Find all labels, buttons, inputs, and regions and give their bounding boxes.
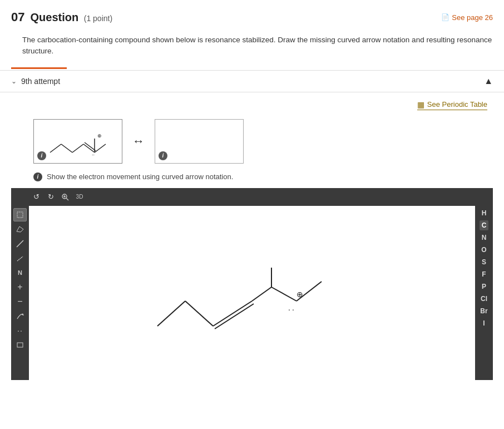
question-number: 07 [11,10,24,24]
resonance-arrow: ↔ [128,134,149,149]
element-F[interactable]: F [480,269,488,279]
structures-area: ⊕ ·· i ↔ i [0,114,504,169]
question-title-group: 07 Question (1 point) [11,10,112,24]
element-Cl[interactable]: Cl [478,294,490,304]
canvas-area[interactable]: ⊕ ·· [29,206,475,380]
hint-row: i Show the electron movement using curve… [0,169,504,186]
svg-line-16 [17,240,23,247]
svg-line-22 [213,301,252,326]
attempt-text: 9th attempt [21,77,60,86]
eraser-tool[interactable] [13,223,27,236]
molecule-svg-left: ⊕ ·· [39,122,117,161]
hint-text: Show the electron movement using curved … [47,172,233,181]
svg-line-0 [50,144,61,152]
select-tool[interactable] [13,208,27,221]
element-I[interactable]: I [481,318,487,328]
periodic-table-area: ▦ See Periodic Table [0,92,504,114]
periodic-table-link[interactable]: ▦ See Periodic Table [417,100,487,110]
svg-text:··: ·· [288,305,296,314]
svg-line-6 [95,144,106,152]
element-Br[interactable]: Br [478,306,490,316]
grid-icon[interactable]: 3D [73,191,86,203]
svg-marker-15 [17,226,23,232]
orange-divider [11,67,67,69]
svg-line-26 [271,287,297,301]
hint-icon: i [33,172,42,181]
attempt-row: ⌄ 9th attempt ▲ [0,70,504,92]
element-S[interactable]: S [480,257,488,267]
page-icon: 📄 [441,13,449,21]
page-wrapper: 07 Question (1 point) 📄 See page 26 The … [0,0,504,429]
big-molecule-svg: ⊕ ·· [113,215,391,371]
remove-tool[interactable]: − [13,295,27,308]
rect-tool[interactable] [13,338,27,352]
arrow-tool[interactable] [13,309,27,323]
periodic-table-icon: ▦ [417,100,424,109]
see-page-link[interactable]: 📄 See page 26 [441,13,493,22]
add-tool[interactable]: + [13,280,27,294]
redo-icon[interactable]: ↻ [45,191,57,203]
info-icon-right[interactable]: i [159,151,167,160]
svg-line-23 [215,304,254,329]
dots-tool[interactable]: ·· [13,324,27,337]
wedge-tool[interactable] [13,252,27,265]
structure-box-left: ⊕ ·· i [33,119,122,164]
svg-line-2 [72,144,83,152]
svg-line-17 [17,257,23,261]
chevron-down-icon[interactable]: ⌄ [11,77,17,85]
question-points: (1 point) [84,14,112,23]
element-P[interactable]: P [480,282,488,292]
structure-box-right: i [155,119,244,164]
svg-text:⊕: ⊕ [297,290,303,299]
svg-rect-19 [17,343,23,347]
bond-tool[interactable] [13,237,27,250]
svg-line-20 [157,301,185,326]
svg-rect-14 [17,212,23,218]
element-H[interactable]: H [480,208,489,218]
periodic-table-label: See Periodic Table [427,100,487,109]
element-N[interactable]: N [480,233,489,243]
svg-line-1 [61,144,72,152]
svg-line-11 [66,198,68,200]
toolbar-right: H C N O S F P Cl Br I [475,188,493,380]
info-icon-left[interactable]: i [37,151,46,160]
svg-text:··: ·· [92,152,95,157]
question-label: Question (1 point) [30,11,112,24]
element-C[interactable]: C [480,220,489,230]
element-O[interactable]: O [479,245,488,255]
question-body: The carbocation-containing compound show… [0,30,504,63]
undo-icon[interactable]: ↺ [30,191,42,203]
arrow-up-icon[interactable]: ▲ [484,76,493,86]
see-page-label: See page 26 [452,13,493,22]
toolbar-left: N + − ·· [11,188,29,380]
drawing-area: ↺ ↻ 3D N + − [11,188,493,380]
question-label-text: Question [30,11,78,23]
toolbar-top: ↺ ↻ 3D [11,188,493,206]
svg-line-25 [252,287,271,301]
chain-tool[interactable]: N [13,266,27,279]
question-header: 07 Question (1 point) 📄 See page 26 [0,0,504,30]
svg-text:⊕: ⊕ [97,133,102,139]
attempt-label: ⌄ 9th attempt [11,77,60,86]
svg-line-21 [185,301,213,326]
zoom-icon[interactable] [59,191,71,203]
